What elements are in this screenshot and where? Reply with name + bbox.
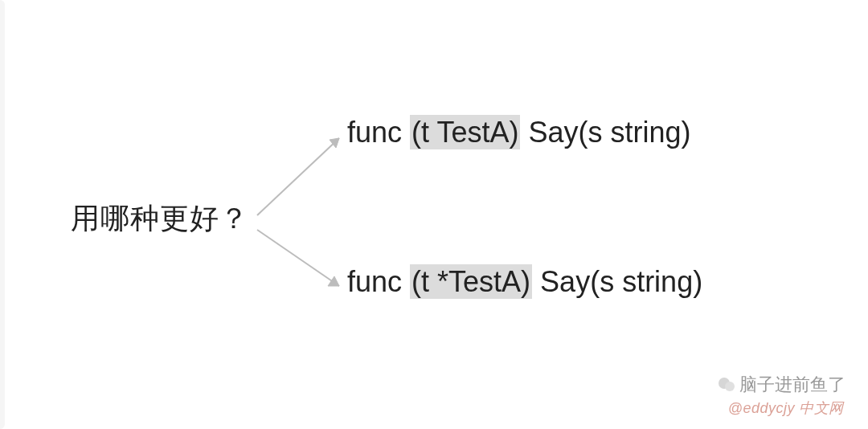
wechat-icon	[717, 375, 736, 394]
svg-line-2	[257, 230, 339, 286]
watermark-sub: @eddycjy 中文网	[728, 398, 844, 418]
arrow-up	[249, 129, 354, 225]
option-value-receiver: func (t TestA) Say(s string)	[347, 116, 691, 149]
keyword: func	[347, 265, 402, 298]
left-edge	[0, 0, 5, 429]
question-text: 用哪种更好？	[71, 199, 249, 239]
receiver-highlight: (t *TestA)	[410, 264, 532, 299]
method-suffix: Say(s string)	[528, 116, 690, 149]
svg-marker-3	[328, 276, 339, 286]
watermark-main-text: 脑子进前鱼了	[739, 373, 845, 397]
watermark-main: 脑子进前鱼了	[717, 373, 845, 397]
receiver-highlight: (t TestA)	[410, 115, 520, 149]
arrow-down	[249, 223, 354, 304]
option-pointer-receiver: func (t *TestA) Say(s string)	[347, 265, 702, 299]
keyword: func	[347, 116, 402, 149]
svg-point-5	[725, 382, 735, 391]
svg-line-0	[257, 138, 339, 215]
method-suffix: Say(s string)	[540, 265, 702, 298]
